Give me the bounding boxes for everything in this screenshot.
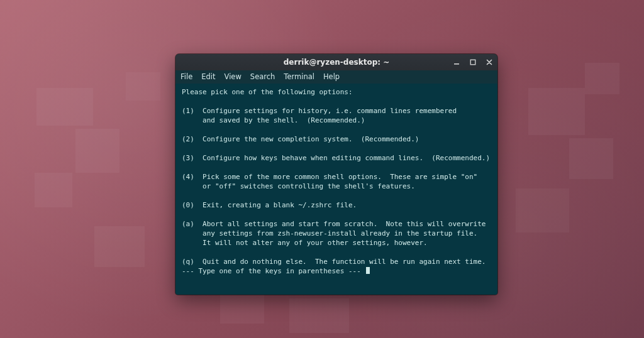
minimize-icon[interactable] xyxy=(452,58,461,67)
menu-bar: File Edit View Search Terminal Help xyxy=(175,70,497,84)
terminal-output[interactable]: Please pick one of the following options… xyxy=(175,84,497,295)
wallpaper-tile xyxy=(94,226,145,267)
svg-rect-1 xyxy=(470,60,475,65)
menu-view[interactable]: View xyxy=(225,72,242,81)
terminal-prompt: --- Type one of the keys in parentheses … xyxy=(182,267,365,275)
terminal-line: or "off" switches controlling the shell'… xyxy=(182,182,415,190)
close-icon[interactable] xyxy=(485,58,494,67)
terminal-line: (a) Abort all settings and start from sc… xyxy=(182,220,486,228)
terminal-line: (q) Quit and do nothing else. The functi… xyxy=(182,258,486,266)
wallpaper-tile xyxy=(516,188,569,232)
wallpaper-tile xyxy=(528,88,585,135)
wallpaper-tile xyxy=(569,138,613,179)
wallpaper-tile xyxy=(35,173,72,207)
wallpaper-tile xyxy=(585,63,619,94)
wallpaper-tile xyxy=(36,88,93,126)
terminal-line: and saved by the shell. (Recommended.) xyxy=(182,116,365,124)
maximize-icon[interactable] xyxy=(469,58,477,67)
terminal-window: derrik@ryzen-desktop: ~ File Edit View S… xyxy=(175,54,497,295)
terminal-line: (3) Configure how keys behave when editi… xyxy=(182,154,490,162)
terminal-line: (0) Exit, creating a blank ~/.zshrc file… xyxy=(182,201,357,209)
wallpaper-tile xyxy=(75,129,119,173)
menu-edit[interactable]: Edit xyxy=(201,72,215,81)
terminal-line: any settings from zsh-newuser-install al… xyxy=(182,229,477,237)
menu-search[interactable]: Search xyxy=(250,72,275,81)
svg-rect-0 xyxy=(454,63,459,65)
terminal-line: (1) Configure settings for history, i.e.… xyxy=(182,107,457,115)
window-titlebar[interactable]: derrik@ryzen-desktop: ~ xyxy=(175,54,497,70)
terminal-line: (4) Pick some of the more common shell o… xyxy=(182,173,477,181)
terminal-line: (2) Configure the new completion system.… xyxy=(182,135,419,143)
window-title: derrik@ryzen-desktop: ~ xyxy=(284,58,390,67)
cursor-icon xyxy=(366,267,370,274)
terminal-line: Please pick one of the following options… xyxy=(182,88,353,96)
menu-terminal[interactable]: Terminal xyxy=(284,72,314,81)
menu-help[interactable]: Help xyxy=(323,72,340,81)
wallpaper-tile xyxy=(289,298,349,333)
menu-file[interactable]: File xyxy=(180,72,192,81)
wallpaper-tile xyxy=(126,72,160,101)
terminal-line: It will not alter any of your other sett… xyxy=(182,239,428,247)
